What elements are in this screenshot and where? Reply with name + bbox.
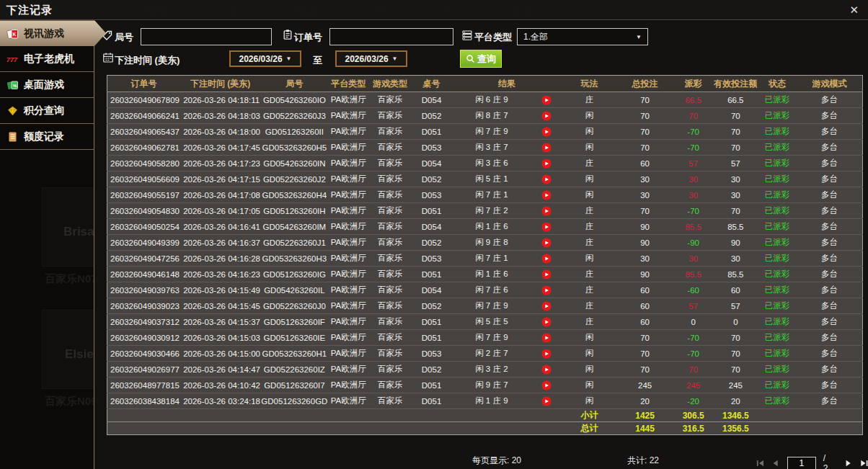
- order-number-input[interactable]: [329, 28, 453, 45]
- cell-status: 已派彩: [758, 251, 797, 267]
- cell-video: [531, 251, 562, 267]
- date-from-select[interactable]: 2026/03/26 ▼: [229, 50, 301, 67]
- play-video-icon[interactable]: [541, 365, 552, 375]
- cell-status: 已派彩: [758, 267, 797, 282]
- page-number-input[interactable]: [787, 457, 816, 469]
- play-video-icon[interactable]: [541, 127, 552, 137]
- cell-status: 已派彩: [758, 346, 797, 362]
- cell-payout: -90: [673, 235, 714, 251]
- cell-game-mode: 多台: [797, 140, 862, 156]
- cell-payout: 66.5: [673, 92, 714, 108]
- cell-platform-type: PA欧洲厅: [329, 362, 369, 378]
- cell-valid-bet: 0: [714, 314, 758, 330]
- play-video-icon[interactable]: [541, 333, 552, 343]
- sidebar-item-slots[interactable]: 777 电子老虎机: [0, 46, 94, 72]
- cell-total-bet: 30: [617, 251, 673, 267]
- cell-play-method: 闲: [562, 108, 617, 124]
- play-video-icon[interactable]: [541, 206, 552, 216]
- cell-valid-bet: 85.5: [714, 267, 758, 282]
- cell-result: 闲 7 庄 9: [451, 330, 531, 346]
- cell-total-bet: 70: [617, 346, 673, 362]
- cell-game-mode: 多台: [797, 203, 862, 219]
- cell-payout: -60: [673, 282, 714, 298]
- col-valid: 有效投注额: [714, 76, 758, 92]
- cell-total-bet: 70: [617, 140, 673, 156]
- sidebar-item-table-games[interactable]: % 桌面游戏: [0, 72, 94, 98]
- table-row: 260326049056609 2026-03-26 04:17:15 GD05…: [107, 171, 863, 187]
- last-page-icon[interactable]: [860, 459, 868, 468]
- cell-result: 闲 9 庄 7: [451, 378, 531, 393]
- cell-bet-time: 2026-03-26 04:18:03: [180, 108, 260, 124]
- first-page-icon[interactable]: [756, 459, 764, 468]
- cell-order-id: 260326049039763: [107, 282, 181, 298]
- cell-table-number: D052: [412, 298, 452, 314]
- cell-play-method: 闲: [562, 378, 617, 393]
- close-icon[interactable]: ✕: [849, 4, 859, 17]
- backdrop-label: Elsie: [65, 347, 94, 362]
- cell-table-number: D054: [412, 92, 452, 108]
- cell-video: [531, 346, 562, 362]
- cell-valid-bet: 245: [714, 378, 758, 393]
- sidebar-item-quota-records[interactable]: 额度记录: [0, 124, 94, 150]
- next-page-icon[interactable]: [844, 459, 852, 468]
- cell-video: [531, 92, 562, 108]
- play-video-icon[interactable]: [541, 301, 552, 311]
- date-to-select[interactable]: 2026/03/26 ▼: [335, 50, 407, 67]
- play-video-icon[interactable]: [541, 238, 552, 248]
- query-button[interactable]: 查询: [460, 50, 502, 68]
- table-row: 260326049046148 2026-03-26 04:16:23 GD05…: [107, 267, 863, 282]
- cell-game-mode: 多台: [797, 330, 862, 346]
- cell-platform-type: PA欧洲厅: [329, 298, 369, 314]
- cell-play-method: 庄: [562, 314, 617, 330]
- play-video-icon[interactable]: [541, 269, 552, 280]
- subtotal-bet: 1425: [617, 409, 673, 422]
- cell-video: [531, 235, 562, 251]
- cell-order-id: 260326049049399: [107, 235, 181, 251]
- play-video-icon[interactable]: [541, 190, 552, 200]
- cell-order-id: 260326048977815: [107, 378, 181, 393]
- cell-table-number: D051: [412, 330, 452, 346]
- play-video-icon[interactable]: [541, 349, 552, 359]
- play-video-icon[interactable]: [541, 285, 552, 295]
- cell-round-number: GD051263260IF: [260, 314, 328, 330]
- cell-payout: 85.5: [673, 267, 714, 282]
- cell-total-bet: 90: [617, 219, 673, 235]
- cell-result: 闲 3 庄 6: [451, 156, 531, 171]
- sidebar-item-live-games[interactable]: K 视讯游戏: [0, 20, 106, 46]
- slots-777-icon: 777: [6, 53, 19, 65]
- cell-result: 闲 7 庄 6: [451, 282, 531, 298]
- round-number-input[interactable]: [141, 28, 272, 45]
- cell-game-type: 百家乐: [368, 362, 412, 378]
- play-video-icon[interactable]: [541, 158, 552, 169]
- cell-game-mode: 多台: [797, 314, 862, 330]
- cell-game-type: 百家乐: [368, 251, 412, 267]
- play-video-icon[interactable]: [541, 254, 552, 264]
- cell-result: 闲 3 庄 7: [451, 140, 531, 156]
- play-video-icon[interactable]: [541, 95, 552, 105]
- cell-round-number: GD051263260IE: [260, 330, 328, 346]
- table-row: 260326049066241 2026-03-26 04:18:03 GD05…: [107, 108, 863, 124]
- cell-payout: 245: [673, 378, 714, 393]
- play-video-icon[interactable]: [541, 380, 552, 390]
- play-video-icon[interactable]: [541, 111, 552, 121]
- cell-valid-bet: 70: [714, 203, 758, 219]
- cell-payout: -70: [673, 203, 714, 219]
- play-video-icon[interactable]: [541, 317, 552, 327]
- play-video-icon[interactable]: [541, 222, 552, 232]
- platform-type-select[interactable]: 1.全部 ▼: [517, 28, 648, 45]
- play-video-icon[interactable]: [541, 174, 552, 184]
- table-row: 260326049055197 2026-03-26 04:17:08 GD05…: [107, 187, 863, 203]
- page-total-label: / 2: [823, 453, 838, 469]
- page-title: 下注记录: [6, 4, 53, 17]
- cell-order-id: 260326038438184: [107, 393, 181, 409]
- sidebar-item-points-query[interactable]: 积分查询: [0, 98, 94, 124]
- cell-round-number: GD053263260H4: [260, 187, 328, 203]
- cell-order-id: 260326049056609: [107, 171, 181, 187]
- cell-bet-time: 2026-03-26 04:16:23: [180, 267, 260, 282]
- cell-play-method: 闲: [562, 346, 617, 362]
- prev-page-icon[interactable]: [771, 459, 779, 468]
- table-row: 260326049054830 2026-03-26 04:17:05 GD05…: [107, 203, 863, 219]
- play-video-icon[interactable]: [541, 396, 552, 406]
- backdrop-label: 百家乐N07: [45, 272, 97, 286]
- play-video-icon[interactable]: [541, 143, 552, 153]
